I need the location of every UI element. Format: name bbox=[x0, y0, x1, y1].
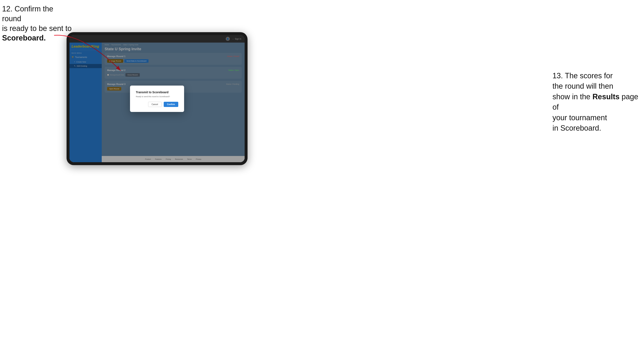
annotation-top-left: 12. Confirm the round is ready to be sen… bbox=[2, 4, 73, 43]
annotation-right: 13. The scores for the round will then s… bbox=[552, 71, 640, 133]
modal-actions: Cancel Confirm bbox=[136, 102, 178, 107]
modal-box: Transmit to Scoreboard Ready to send thi… bbox=[130, 86, 184, 112]
modal-cancel-button[interactable]: Cancel bbox=[148, 102, 162, 107]
tablet-screen: 👤 → Sign In LeaderboardKing MAIN MENU 🏆 … bbox=[70, 35, 244, 162]
modal-subtitle: Ready to send this round to Scoreboard? bbox=[136, 96, 178, 98]
page-content: Home › Tournaments › State U Spring Invi… bbox=[102, 43, 244, 162]
main-content: LeaderboardKing MAIN MENU 🏆 Tournaments … bbox=[70, 43, 244, 162]
modal-confirm-button[interactable]: Confirm bbox=[164, 102, 178, 107]
tablet-frame: 👤 → Sign In LeaderboardKing MAIN MENU 🏆 … bbox=[66, 32, 248, 165]
modal-title: Transmit to Scoreboard bbox=[136, 91, 178, 94]
modal-overlay: Transmit to Scoreboard Ready to send thi… bbox=[102, 43, 244, 162]
